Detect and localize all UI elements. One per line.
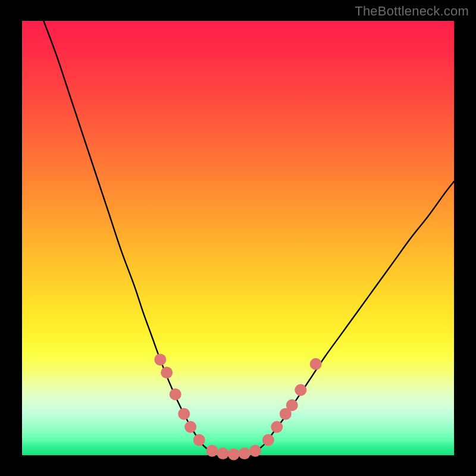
watermark-text: TheBottleneck.com [355, 4, 469, 19]
chart-stage: TheBottleneck.com [0, 0, 476, 476]
plot-area [22, 21, 454, 455]
